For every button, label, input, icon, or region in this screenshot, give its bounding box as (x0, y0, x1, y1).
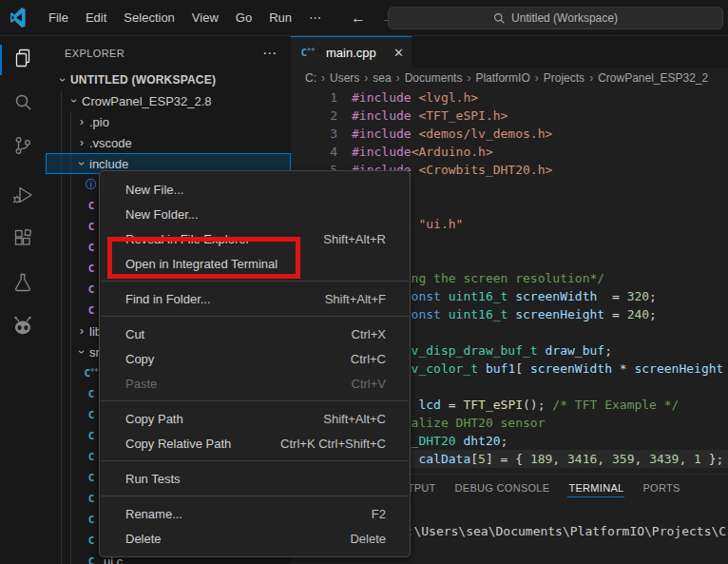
breadcrumb-separator-icon: › (467, 71, 470, 85)
menu-view[interactable]: View (183, 6, 227, 30)
search-icon (11, 90, 34, 117)
menu-item-shortcut: F2 (372, 507, 386, 521)
line-number: 4 (291, 143, 337, 161)
cpp-file-icon: C++ (84, 366, 99, 379)
menu-item-shortcut: Ctrl+C (351, 352, 386, 366)
tree-item-untitled-workspace[interactable]: ›UNTITLED (WORKSPACE) (46, 69, 291, 90)
menu-selection[interactable]: Selection (115, 6, 182, 30)
line-number: 2 (291, 107, 337, 125)
breadcrumb-users[interactable]: Users (330, 71, 359, 85)
menu-separator (101, 460, 409, 461)
menu-item-rename[interactable]: Rename...F2 (100, 501, 410, 526)
menu-item-copy-path[interactable]: Copy PathShift+Alt+C (100, 406, 410, 431)
tab-close-icon[interactable]: ✕ (393, 46, 404, 60)
tree-item-vscode[interactable]: ›.vscode (46, 132, 291, 153)
breadcrumb-crowpanel-esp32-2[interactable]: CrowPanel_ESP32_2 (598, 71, 708, 85)
code-line-1[interactable]: 1#include <lvgl.h> (291, 88, 728, 107)
menu-item-paste: PasteCtrl+V (100, 371, 410, 396)
search-icon (493, 12, 506, 25)
menu-run[interactable]: Run (260, 6, 300, 30)
chevron-right-icon: › (74, 115, 89, 128)
menu-separator (101, 316, 409, 317)
line-number: 3 (291, 125, 337, 143)
tree-item-crowpanel-esp32-2-8[interactable]: ›CrowPanel_ESP32_2.8 (46, 90, 291, 111)
activity-platformio[interactable] (0, 306, 46, 350)
breadcrumb-separator-icon: › (364, 71, 368, 85)
menu-item-copy-relative-path[interactable]: Copy Relative PathCtrl+K Ctrl+Shift+C (100, 431, 410, 456)
menu-file[interactable]: File (40, 6, 77, 30)
tab-strip: C++ main.cpp ✕ (291, 36, 728, 68)
menu-item-copy[interactable]: CopyCtrl+C (100, 346, 410, 371)
activity-search[interactable] (0, 82, 46, 126)
menu-item-new-folder[interactable]: New Folder... (100, 202, 410, 226)
tree-item-label: CrowPanel_ESP32_2.8 (82, 94, 212, 108)
tab-main-cpp[interactable]: C++ main.cpp ✕ (291, 36, 412, 68)
c-source-file-icon: C (84, 493, 99, 505)
panel-tab-terminal[interactable]: TERMINAL (559, 475, 633, 501)
chevron-down-icon: › (75, 156, 88, 171)
command-center-search[interactable]: Untitled (Workspace) (388, 7, 723, 29)
code-line-4[interactable]: 4#include<Arduino.h> (291, 143, 728, 161)
breadcrumb: C:›Users›sea›Documents›PlatformIO›Projec… (291, 68, 728, 88)
panel-tab-debug-console[interactable]: DEBUG CONSOLE (446, 475, 560, 501)
tab-label: main.cpp (326, 46, 376, 60)
chevron-right-icon: › (74, 136, 89, 149)
menu-separator (101, 496, 409, 496)
c-source-file-icon: C (84, 514, 99, 526)
menu-separator (101, 400, 409, 401)
menu-item-new-file[interactable]: New File... (100, 177, 410, 202)
activity-source-control[interactable] (0, 126, 46, 169)
vscode-logo-icon (10, 8, 30, 28)
activity-testing[interactable] (0, 263, 46, 306)
breadcrumb-platformio[interactable]: PlatformIO (475, 71, 529, 85)
back-arrow-icon[interactable]: ← (351, 10, 366, 27)
menu-item-find-in-folder[interactable]: Find in Folder...Shift+Alt+F (100, 286, 410, 311)
breadcrumb-documents[interactable]: Documents (405, 71, 463, 85)
breadcrumb-separator-icon: › (589, 71, 593, 85)
menu-item-label: Copy Relative Path (125, 437, 231, 451)
c-header-file-icon: C (84, 304, 99, 317)
activity-run-debug[interactable] (0, 175, 46, 219)
menu-item-cut[interactable]: CutCtrl+X (100, 321, 410, 346)
menu-go[interactable]: Go (227, 6, 260, 30)
menu-item-shortcut: Shift+Alt+C (323, 412, 386, 426)
titlebar: FileEditSelectionViewGoRun⋯ ← → Untitled… (0, 0, 728, 36)
tree-item-pio[interactable]: ›.pio (46, 111, 291, 132)
info-file-icon: ⓘ (84, 177, 99, 193)
source-control-icon (11, 134, 34, 161)
menu-item-delete[interactable]: DeleteDelete (100, 526, 410, 551)
c-header-file-icon: C (84, 263, 99, 275)
code-line-2[interactable]: 2#include <TFT_eSPI.h> (291, 107, 728, 125)
run-debug-icon (11, 184, 34, 210)
vscode-window: FileEditSelectionViewGoRun⋯ ← → Untitled… (0, 0, 728, 564)
menu-item-run-tests[interactable]: Run Tests (100, 466, 410, 491)
menu-edit[interactable]: Edit (77, 6, 115, 30)
c-source-file-icon: C (84, 451, 99, 463)
explorer-title: EXPLORER (65, 48, 125, 59)
terminal-line: PS C:\Users\sea\Documents\PlatformIO\Pro… (376, 524, 728, 538)
chevron-down-icon: › (75, 344, 88, 360)
breadcrumb-projects[interactable]: Projects (544, 71, 584, 85)
menu-item-shortcut: Ctrl+V (352, 377, 386, 391)
annotation-highlight-box (107, 237, 300, 279)
menu-item-label: Rename... (125, 507, 182, 521)
activity-explorer[interactable] (0, 38, 46, 82)
tree-item-label: include (89, 157, 128, 171)
activity-extensions[interactable] (0, 219, 46, 263)
explorer-context-menu: New File...New Folder...Reveal in File E… (99, 170, 411, 557)
code-line-3[interactable]: 3#include <demos/lv_demos.h> (291, 125, 728, 143)
tree-item-label: .pio (89, 115, 109, 129)
explorer-more-actions-icon[interactable]: ⋯ (262, 45, 278, 62)
code-text: #include <TFT_eSPI.h> (337, 107, 508, 125)
c-source-file-icon: C (84, 409, 99, 421)
explorer-header: EXPLORER ⋯ (46, 36, 291, 69)
breadcrumb-c[interactable]: C: (305, 71, 316, 85)
panel-tab-ports[interactable]: PORTS (633, 475, 689, 501)
menu-more-icon[interactable]: ⋯ (300, 6, 330, 30)
chevron-down-icon: › (56, 72, 69, 88)
testing-icon (11, 271, 34, 298)
c-source-file-icon: C (84, 430, 99, 442)
menu-item-shortcut: Shift+Alt+F (325, 292, 386, 306)
breadcrumb-sea[interactable]: sea (373, 71, 391, 85)
platformio-icon (11, 315, 34, 341)
